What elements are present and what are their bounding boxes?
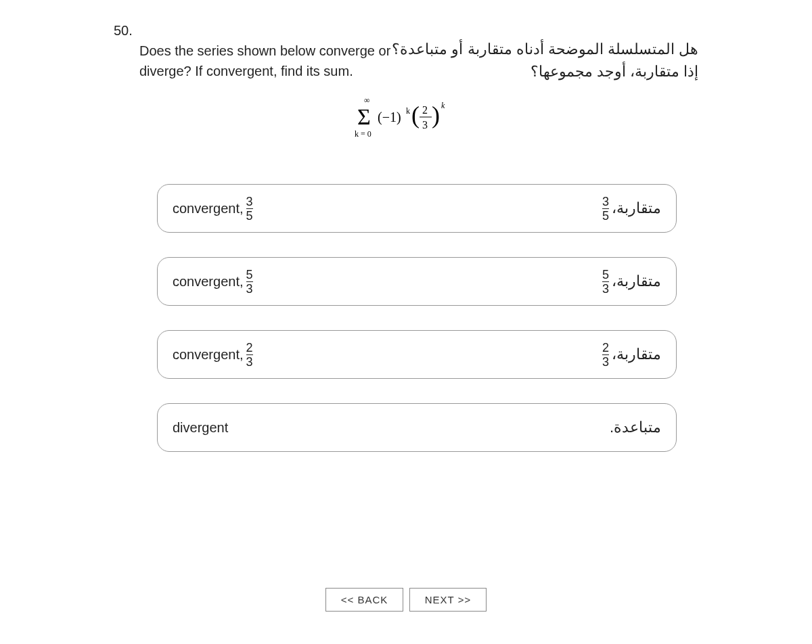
option-1-ar-fraction: 3 5 — [602, 196, 609, 222]
option-2-en-label: convergent, — [173, 274, 244, 290]
option-2-ar-fraction: 5 3 — [602, 269, 609, 295]
paren-right: ) — [432, 101, 440, 129]
option-2-ar-label: متقاربة، — [612, 273, 661, 290]
option-2-english: convergent, 5 3 — [173, 269, 256, 295]
option-1-english: convergent, 3 5 — [173, 196, 256, 222]
option-3-en-fraction: 2 3 — [246, 342, 253, 368]
sum-lower-bound: k = 0 — [355, 129, 371, 139]
option-3[interactable]: convergent, 2 3 متقاربة، 2 3 — [157, 330, 677, 379]
option-1-en-fraction: 3 5 — [246, 196, 253, 222]
option-2-en-fraction: 5 3 — [246, 269, 253, 295]
question-text-arabic: هل المتسلسلة الموضحة أدناه متقاربة أو مت… — [387, 38, 698, 83]
option-3-en-label: convergent, — [173, 347, 244, 363]
term-exponent-k: k — [406, 106, 410, 116]
option-1-en-label: convergent, — [173, 201, 244, 216]
option-1-ar-label: متقاربة، — [612, 200, 661, 217]
option-3-ar-label: متقاربة، — [612, 346, 661, 363]
answer-options: convergent, 3 5 متقاربة، 3 5 convergent,… — [157, 184, 677, 476]
option-4[interactable]: divergent متباعدة. — [157, 403, 677, 452]
option-1-arabic: متقاربة، 3 5 — [600, 196, 661, 222]
paren-left: ( — [411, 101, 420, 129]
back-button[interactable]: << BACK — [325, 588, 404, 612]
outer-exponent-k: k — [441, 101, 445, 110]
option-4-ar-label: متباعدة. — [610, 419, 661, 436]
option-4-arabic: متباعدة. — [610, 419, 661, 436]
option-3-ar-fraction: 2 3 — [602, 342, 609, 368]
option-1[interactable]: convergent, 3 5 متقاربة، 3 5 — [157, 184, 677, 233]
question-text-english: Does the series shown below converge or … — [139, 41, 410, 81]
option-3-arabic: متقاربة، 2 3 — [600, 342, 661, 368]
question-number: 50. — [114, 23, 133, 39]
option-4-english: divergent — [173, 420, 228, 436]
sum-upper-bound: ∞ — [364, 95, 370, 105]
option-2[interactable]: convergent, 5 3 متقاربة، 5 3 — [157, 257, 677, 306]
sigma-symbol: Σ — [357, 104, 371, 129]
option-4-en-label: divergent — [173, 420, 228, 436]
frac-denominator: 3 — [422, 119, 428, 131]
option-3-english: convergent, 2 3 — [173, 342, 256, 368]
navigation-buttons: << BACK NEXT >> — [0, 588, 812, 612]
term-base: (−1) — [378, 110, 401, 125]
series-formula: ∞ Σ k = 0 (−1) k ( 2 3 ) k — [0, 95, 812, 145]
next-button[interactable]: NEXT >> — [409, 588, 487, 612]
frac-numerator: 2 — [422, 104, 428, 116]
option-2-arabic: متقاربة، 5 3 — [600, 269, 661, 295]
